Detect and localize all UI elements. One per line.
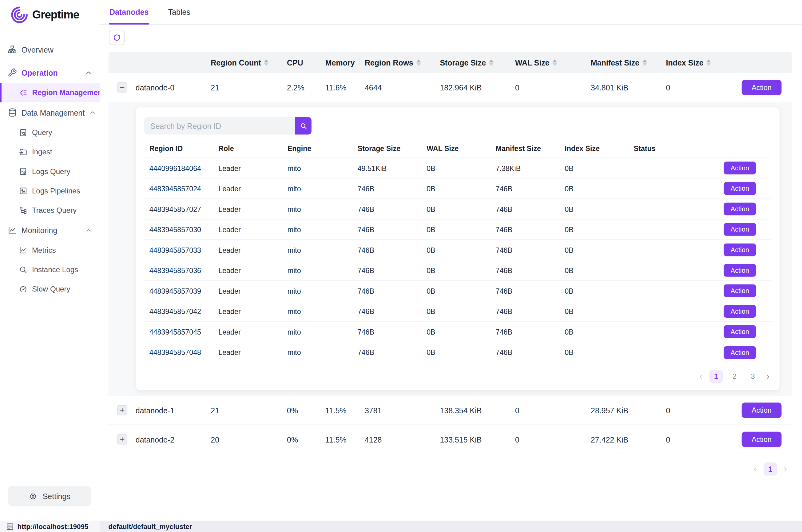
region-action-button[interactable]: Action <box>724 305 756 318</box>
sidebar-item-logs-pipelines[interactable]: Logs Pipelines <box>0 181 100 201</box>
page-number[interactable]: 2 <box>728 370 741 383</box>
tab-bar: Datanodes Tables <box>100 0 802 25</box>
sidebar-item-traces-query[interactable]: Traces Query <box>0 201 100 220</box>
region-panel: Region ID Role Engine Storage Size WAL S… <box>109 102 792 396</box>
sidebar-item-region-management[interactable]: Region Management <box>0 83 100 102</box>
sidebar-item-logs-query[interactable]: Logs Query <box>0 162 100 181</box>
column-region-rows[interactable]: Region Rows <box>365 58 440 67</box>
page-next-icon[interactable] <box>765 373 771 380</box>
region-action-button[interactable]: Action <box>724 284 756 297</box>
action-button[interactable]: Action <box>742 432 782 447</box>
region-id: 4483945857036 <box>144 266 213 274</box>
sort-icon[interactable] <box>707 59 711 66</box>
region-action-button[interactable]: Action <box>724 346 756 359</box>
expand-icon[interactable] <box>117 434 127 444</box>
chevron-up-icon[interactable] <box>85 227 92 234</box>
search-button[interactable] <box>295 117 311 135</box>
region-search <box>144 117 311 135</box>
settings-label: Settings <box>43 492 71 500</box>
page-next-icon <box>782 466 789 472</box>
sidebar-item-operation[interactable]: Operation <box>0 62 100 83</box>
column-region-count[interactable]: Region Count <box>211 58 287 67</box>
region-row: 4483945857027 Leader mito 746B 0B 746B 0… <box>144 199 771 220</box>
region-id: 4483945857030 <box>144 225 213 234</box>
region-action-button[interactable]: Action <box>724 244 756 256</box>
search-input[interactable] <box>144 117 295 135</box>
region-row: 4483945857042 Leader mito 746B 0B 746B 0… <box>144 301 771 322</box>
settings-button[interactable]: Settings <box>8 486 91 507</box>
datanode-name: datanode-1 <box>136 406 211 415</box>
main-content: Datanodes Tables Region Count <box>100 0 802 520</box>
server-url[interactable]: http://localhost:19095 <box>0 521 100 532</box>
column-wal-size[interactable]: WAL Size <box>515 58 591 67</box>
region-table-body: 4440996184064 Leader mito 49.51KiB 0B 7.… <box>144 158 771 363</box>
sidebar-item-label: Data Management <box>21 108 84 117</box>
sidebar-item-ingest[interactable]: Ingest <box>0 142 100 162</box>
region-id: 4483945857042 <box>144 307 213 316</box>
region-id: 4483945857027 <box>144 205 213 213</box>
sidebar-item-query[interactable]: Query <box>0 123 100 142</box>
region-row: 4483945857030 Leader mito 746B 0B 746B 0… <box>144 220 771 240</box>
region-row: 4483945857048 Leader mito 746B 0B 746B 0… <box>144 342 771 363</box>
sliders-icon <box>19 187 27 195</box>
sort-icon[interactable] <box>489 59 494 66</box>
page-number[interactable]: 1 <box>709 370 723 383</box>
document-search-icon <box>19 128 27 136</box>
column-manifest-size[interactable]: Manifest Size <box>591 58 666 67</box>
refresh-button[interactable] <box>109 30 125 45</box>
page-number[interactable]: 1 <box>764 462 777 476</box>
sidebar-item-metrics[interactable]: Metrics <box>0 241 100 260</box>
region-action-button[interactable]: Action <box>724 325 756 338</box>
page-prev-icon <box>698 373 705 380</box>
sidebar-item-monitoring[interactable]: Monitoring <box>0 220 100 241</box>
region-action-button[interactable]: Action <box>724 203 756 215</box>
region-action-button[interactable]: Action <box>724 264 756 277</box>
region-row: 4440996184064 Leader mito 49.51KiB 0B 7.… <box>144 158 771 179</box>
brand: Greptime <box>0 0 100 24</box>
sort-icon[interactable] <box>553 59 557 66</box>
column-storage-size[interactable]: Storage Size <box>440 58 515 67</box>
column-cpu: CPU <box>287 58 325 67</box>
sidebar-item-overview[interactable]: Overview <box>0 39 100 60</box>
region-id: 4483945857048 <box>144 348 213 357</box>
region-row: 4483945857045 Leader mito 746B 0B 746B 0… <box>144 322 771 342</box>
region-id: 4483945857024 <box>144 185 213 193</box>
expand-icon[interactable] <box>117 405 127 415</box>
sort-icon[interactable] <box>643 59 647 66</box>
region-action-button[interactable]: Action <box>724 223 756 236</box>
sidebar-item-label: Metrics <box>32 246 56 254</box>
chevron-up-icon[interactable] <box>89 109 96 116</box>
sidebar-item-slow-query[interactable]: Slow Query <box>0 279 100 299</box>
tab-tables[interactable]: Tables <box>168 0 191 24</box>
cluster-name[interactable]: default/default_mycluster <box>109 523 192 530</box>
document-edit-icon <box>19 167 27 175</box>
column-memory: Memory <box>325 58 365 67</box>
sidebar-item-label: Ingest <box>32 148 52 156</box>
collapse-icon[interactable] <box>117 82 127 93</box>
sidebar-item-instance-logs[interactable]: Instance Logs <box>0 260 100 279</box>
sort-icon[interactable] <box>264 59 269 66</box>
tree-icon <box>19 206 27 214</box>
sidebar-item-label: Traces Query <box>32 206 77 214</box>
refresh-icon <box>113 33 121 41</box>
chevron-up-icon[interactable] <box>85 69 92 76</box>
action-button[interactable]: Action <box>742 402 782 418</box>
region-action-button[interactable]: Action <box>724 162 756 175</box>
sort-icon[interactable] <box>416 59 421 66</box>
column-index-size[interactable]: Index Size <box>666 58 742 67</box>
sidebar-nav: Overview Operation <box>0 39 100 299</box>
metrics-chart-icon <box>19 246 27 254</box>
sidebar-item-data-management[interactable]: Data Management <box>0 102 100 123</box>
datanode-name: datanode-2 <box>136 435 211 444</box>
greptime-logo-icon <box>10 5 28 24</box>
datanode-table-header: Region Count CPU Memory Region Rows <box>109 52 792 73</box>
action-button[interactable]: Action <box>742 80 782 95</box>
chart-line-icon <box>8 226 17 235</box>
region-pagination: 1 2 3 <box>144 370 771 383</box>
tab-datanodes[interactable]: Datanodes <box>109 0 149 24</box>
sidebar-item-label: Operation <box>21 68 58 77</box>
region-action-button[interactable]: Action <box>724 182 756 195</box>
region-id: 4483945857039 <box>144 287 213 295</box>
sidebar-item-label: Instance Logs <box>32 265 78 274</box>
page-number[interactable]: 3 <box>746 370 760 383</box>
